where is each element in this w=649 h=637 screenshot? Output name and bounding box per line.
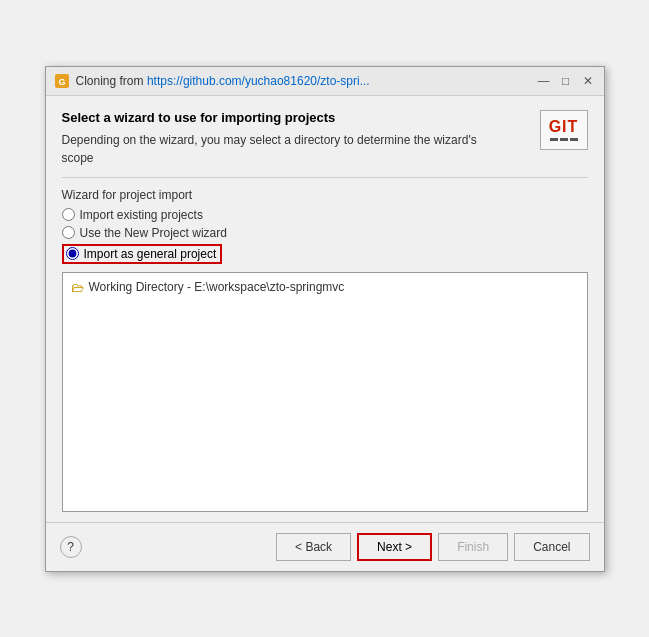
title-prefix: Cloning from: [76, 74, 147, 88]
finish-button[interactable]: Finish: [438, 533, 508, 561]
wizard-section-label: Wizard for project import: [62, 188, 588, 202]
radio-general-project[interactable]: [66, 247, 79, 260]
radio-item-1[interactable]: Import existing projects: [62, 208, 588, 222]
title-bar: G Cloning from https://github.com/yuchao…: [46, 67, 604, 96]
restore-button[interactable]: □: [558, 73, 574, 89]
radio-label-1: Import existing projects: [80, 208, 203, 222]
next-button[interactable]: Next >: [357, 533, 432, 561]
radio-import-existing[interactable]: [62, 208, 75, 221]
radio-group: Import existing projects Use the New Pro…: [62, 208, 588, 264]
header-text: Select a wizard to use for importing pro…: [62, 110, 502, 167]
separator-top: [62, 177, 588, 178]
title-bar-left: G Cloning from https://github.com/yuchao…: [54, 73, 370, 89]
radio-new-project[interactable]: [62, 226, 75, 239]
cancel-button[interactable]: Cancel: [514, 533, 589, 561]
git-label: GIT: [549, 118, 579, 136]
back-button[interactable]: < Back: [276, 533, 351, 561]
git-line-3: [570, 138, 578, 141]
window-icon: G: [54, 73, 70, 89]
bottom-left: ?: [60, 536, 82, 558]
title-controls: — □ ✕: [536, 73, 596, 89]
project-item-text: Working Directory - E:\workspace\zto-spr…: [89, 280, 345, 294]
header-title: Select a wizard to use for importing pro…: [62, 110, 502, 125]
title-text: Cloning from https://github.com/yuchao81…: [76, 74, 370, 88]
bottom-buttons: < Back Next > Finish Cancel: [276, 533, 589, 561]
header-row: Select a wizard to use for importing pro…: [62, 110, 588, 167]
svg-text:G: G: [58, 77, 65, 87]
content-area: Select a wizard to use for importing pro…: [46, 96, 604, 522]
radio-label-2: Use the New Project wizard: [80, 226, 227, 240]
project-item: 🗁 Working Directory - E:\workspace\zto-s…: [67, 277, 583, 298]
project-list: 🗁 Working Directory - E:\workspace\zto-s…: [62, 272, 588, 512]
folder-icon: 🗁: [71, 280, 84, 295]
git-icon-box: GIT: [540, 110, 588, 150]
radio-item-2[interactable]: Use the New Project wizard: [62, 226, 588, 240]
close-button[interactable]: ✕: [580, 73, 596, 89]
header-subtitle: Depending on the wizard, you may select …: [62, 131, 502, 167]
git-line-2: [560, 138, 568, 141]
main-window: G Cloning from https://github.com/yuchao…: [45, 66, 605, 572]
minimize-button[interactable]: —: [536, 73, 552, 89]
help-button[interactable]: ?: [60, 536, 82, 558]
selected-outline: Import as general project: [62, 244, 223, 264]
radio-label-3: Import as general project: [84, 247, 217, 261]
radio-item-3[interactable]: Import as general project: [62, 244, 588, 264]
title-link: https://github.com/yuchao81620/zto-spri.…: [147, 74, 370, 88]
git-line-1: [550, 138, 558, 141]
bottom-bar: ? < Back Next > Finish Cancel: [46, 522, 604, 571]
git-decoration: [550, 138, 578, 141]
